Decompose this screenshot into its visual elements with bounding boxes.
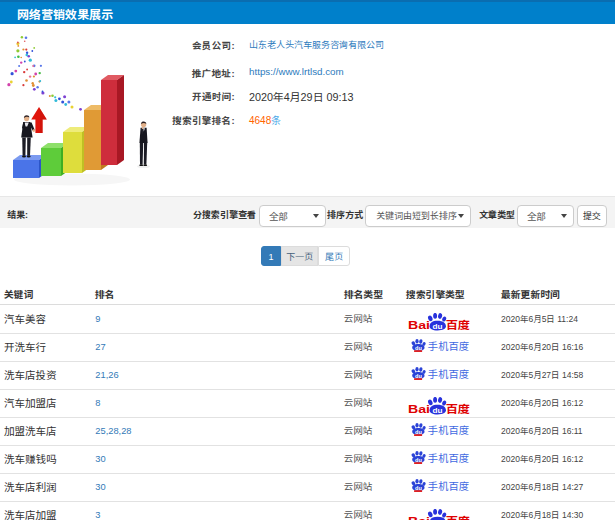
svg-text:百度: 百度 [445, 315, 470, 330]
svg-text:手机百度: 手机百度 [428, 478, 470, 493]
svg-text:手机百度: 手机百度 [428, 366, 470, 381]
svg-text:Bai: Bai [408, 511, 430, 520]
svg-text:百度: 百度 [445, 399, 470, 414]
svg-text:du: du [433, 515, 443, 520]
svg-text:du: du [433, 403, 443, 414]
svg-text:手机百度: 手机百度 [428, 450, 470, 465]
svg-text:du: du [433, 319, 443, 330]
svg-text:百度: 百度 [445, 511, 470, 520]
svg-text:手机百度: 手机百度 [428, 338, 470, 353]
svg-text:Bai: Bai [408, 315, 430, 330]
svg-text:手机百度: 手机百度 [428, 422, 470, 437]
svg-text:Bai: Bai [408, 399, 430, 414]
